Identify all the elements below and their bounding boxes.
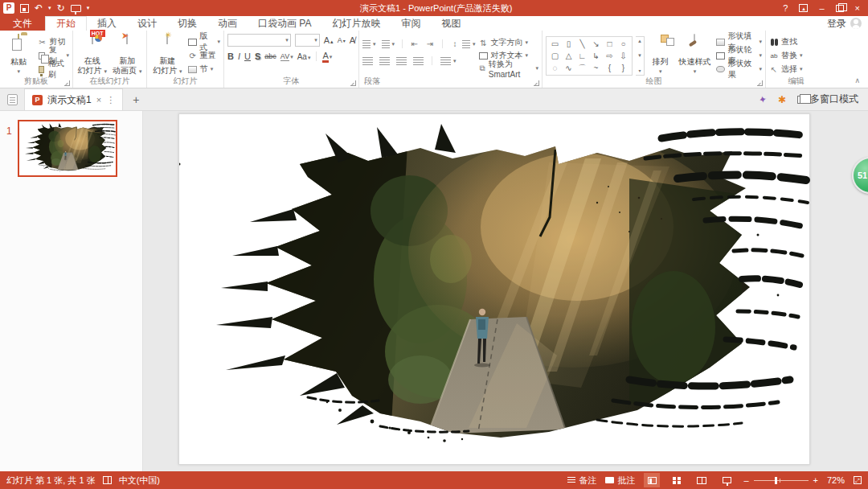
slide-editing-surface[interactable]	[178, 113, 810, 465]
underline-button[interactable]: U	[244, 51, 251, 61]
shape-rounded-rectangle[interactable]: ▢	[548, 50, 562, 62]
shape-arc[interactable]: ⌒	[575, 62, 589, 74]
select-button[interactable]: ↖选择▾	[769, 64, 803, 75]
justify-button[interactable]	[413, 57, 424, 65]
shapes-scroll-up[interactable]: ▲	[637, 39, 642, 43]
undo-icon[interactable]: ↶	[35, 3, 43, 13]
zoom-slider[interactable]	[754, 480, 809, 481]
fit-slide-to-window-button[interactable]: ⤢	[854, 476, 862, 484]
shape-text-box[interactable]: ▭	[548, 38, 562, 50]
zoom-in-button[interactable]: +	[813, 475, 818, 485]
dialog-launcher-icon[interactable]	[534, 80, 539, 86]
shape-effects-button[interactable]: 形状效果▾	[716, 64, 762, 75]
slideshow-view-button[interactable]	[719, 473, 735, 487]
paste-button[interactable]: 粘贴 ▾	[3, 33, 35, 76]
shape-left-brace[interactable]: {	[603, 62, 616, 74]
gear-icon[interactable]: ✱	[778, 94, 786, 105]
tab-file[interactable]: 文件	[0, 16, 45, 31]
minimize-button[interactable]: –	[819, 3, 824, 13]
document-home-button[interactable]	[0, 88, 24, 110]
decrease-indent-button[interactable]: ⇤	[410, 39, 420, 50]
bold-button[interactable]: B	[227, 51, 234, 61]
restore-button[interactable]	[836, 5, 844, 12]
strikethrough-button[interactable]: abc	[264, 52, 276, 60]
comments-button[interactable]: 批注	[605, 475, 635, 487]
save-icon[interactable]	[20, 4, 29, 13]
layout-button[interactable]: 版式▾	[188, 36, 220, 47]
spellcheck-language-icon[interactable]	[103, 476, 112, 484]
floating-assistant-badge[interactable]: 51	[852, 157, 868, 194]
text-shadow-button[interactable]: S	[255, 51, 260, 61]
slide-sorter-view-button[interactable]	[669, 473, 685, 487]
tab-design[interactable]: 设计	[127, 16, 167, 31]
tab-view[interactable]: 视图	[431, 16, 471, 31]
tab-home[interactable]: 开始	[45, 16, 87, 31]
clear-formatting-button[interactable]: A̸	[350, 35, 355, 45]
font-color-button[interactable]: A▾	[322, 51, 332, 63]
line-spacing-button[interactable]: ↕▾	[450, 39, 476, 50]
arrange-button[interactable]: 排列 ▾	[648, 33, 673, 76]
shape-down-arrow[interactable]: ⇩	[616, 50, 630, 62]
close-document-icon[interactable]: ×	[96, 95, 101, 105]
tab-transitions[interactable]: 切换	[167, 16, 207, 31]
font-name-combo[interactable]: ▾	[227, 34, 291, 47]
align-left-button[interactable]	[362, 57, 373, 65]
dialog-launcher-icon[interactable]	[757, 80, 763, 86]
shapes-gallery[interactable]: ▭ ▯ ╲ ↘ □ ○ ▢ △ ∟ ↳ ⇨ ⇩ ◌ ∿ ⌒ ~ { }	[546, 36, 633, 76]
zoom-slider-thumb[interactable]	[775, 477, 777, 484]
align-center-button[interactable]	[379, 57, 390, 65]
format-painter-button[interactable]: 格式刷	[38, 64, 69, 75]
login-area[interactable]: 登录	[827, 16, 868, 31]
slide-thumbnail-selected[interactable]	[18, 120, 117, 177]
shrink-font-button[interactable]: A▾	[338, 36, 346, 44]
numbering-button[interactable]: ▾	[382, 39, 395, 50]
tab-review[interactable]: 审阅	[391, 16, 431, 31]
shape-line[interactable]: ╲	[575, 38, 589, 50]
columns-button[interactable]: ▾	[440, 55, 457, 67]
change-case-button[interactable]: Aa▾	[297, 52, 311, 61]
multi-window-mode-button[interactable]: 多窗口模式	[797, 92, 858, 106]
convert-smartart-button[interactable]: ⧉转换为 SmartArt▾	[479, 63, 538, 74]
undo-caret-icon[interactable]: ▾	[48, 5, 51, 11]
tab-pocket-animation[interactable]: 口袋动画 PA	[248, 16, 321, 31]
powerpoint-logo-icon[interactable]: P	[3, 2, 14, 14]
text-direction-button[interactable]: ⇅文字方向▾	[479, 37, 538, 48]
language-status[interactable]: 中文(中国)	[119, 475, 160, 487]
reset-button[interactable]: ⟳重置	[188, 50, 220, 61]
new-animation-page-button[interactable]: ➤ 新加 动画页 ▾	[112, 33, 144, 76]
document-tab-menu-icon[interactable]: ⋮	[106, 95, 115, 105]
section-button[interactable]: 节▾	[188, 64, 220, 75]
shape-rectangle[interactable]: □	[603, 38, 616, 50]
shape-oval[interactable]: ○	[616, 38, 630, 50]
shape-right-arrow[interactable]: ⇨	[603, 50, 616, 62]
dialog-launcher-icon[interactable]	[64, 80, 70, 86]
tab-slideshow[interactable]: 幻灯片放映	[321, 16, 391, 31]
shape-line-arrow[interactable]: ↘	[589, 38, 603, 50]
document-tab[interactable]: P 演示文稿1 × ⋮	[24, 88, 123, 110]
quick-styles-button[interactable]: 快速样式 ▾	[676, 33, 713, 76]
shape-elbow-connector[interactable]: ∟	[575, 50, 589, 62]
shapes-scroll-down[interactable]: ▼	[637, 53, 642, 58]
tab-insert[interactable]: 插入	[87, 16, 127, 31]
increase-indent-button[interactable]: ⇥	[425, 39, 435, 50]
shape-vertical-text-box[interactable]: ▯	[562, 38, 575, 50]
magic-wand-icon[interactable]: ✦	[758, 93, 768, 106]
tab-animations[interactable]: 动画	[207, 16, 248, 31]
shape-freeform[interactable]: ◌	[548, 62, 562, 74]
shape-right-brace[interactable]: }	[616, 62, 630, 74]
zoom-out-button[interactable]: –	[743, 475, 748, 485]
normal-view-button[interactable]	[644, 473, 660, 487]
new-slide-button[interactable]: ✳ 新建 幻灯片 ▾	[150, 33, 185, 76]
help-button[interactable]: ?	[783, 3, 788, 13]
notes-button[interactable]: 备注	[567, 475, 596, 487]
replace-button[interactable]: ab替换▾	[769, 50, 803, 61]
collapse-ribbon-button[interactable]: ∧	[854, 76, 860, 84]
font-size-combo[interactable]: ▾	[295, 34, 320, 47]
login-label[interactable]: 登录	[827, 17, 846, 31]
online-slides-button[interactable]: HOT 在线 幻灯片 ▾	[76, 33, 108, 76]
shape-elbow-arrow[interactable]: ↳	[589, 50, 603, 62]
bullets-button[interactable]: ▾	[362, 39, 376, 50]
character-spacing-button[interactable]: AV▾	[280, 52, 293, 61]
dialog-launcher-icon[interactable]	[350, 80, 356, 86]
find-button[interactable]: 查找	[769, 36, 803, 47]
